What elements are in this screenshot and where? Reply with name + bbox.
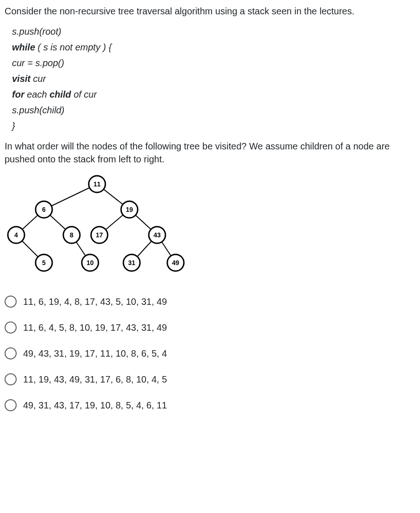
option-label: 49, 43, 31, 19, 17, 11, 10, 8, 6, 5, 4: [23, 347, 167, 360]
radio-icon: [5, 373, 17, 385]
option-c[interactable]: 49, 43, 31, 19, 17, 11, 10, 8, 6, 5, 4: [5, 347, 415, 360]
tree-node-19: 19: [126, 206, 133, 213]
option-label: 11, 6, 19, 4, 8, 17, 43, 5, 10, 31, 49: [23, 295, 167, 308]
tree-node-8: 8: [70, 231, 73, 239]
radio-icon: [5, 347, 17, 359]
code-line: visit cur: [12, 72, 415, 85]
radio-icon: [5, 399, 17, 411]
code-line: for each child of cur: [12, 88, 415, 101]
option-d[interactable]: 11, 19, 43, 49, 31, 17, 6, 8, 10, 4, 5: [5, 373, 415, 386]
tree-node-11: 11: [93, 180, 101, 188]
option-label: 11, 19, 43, 49, 31, 17, 6, 8, 10, 4, 5: [23, 373, 167, 386]
radio-icon: [5, 296, 17, 308]
code-line: cur = s.pop(): [12, 56, 415, 69]
tree-node-5: 5: [42, 259, 46, 266]
option-e[interactable]: 49, 31, 43, 17, 19, 10, 8, 5, 4, 6, 11: [5, 399, 415, 412]
code-line: }: [12, 119, 415, 132]
code-text: ( s is not empty ) {: [35, 42, 112, 52]
code-text: cur: [30, 74, 46, 84]
answer-options: 11, 6, 19, 4, 8, 17, 43, 5, 10, 31, 49 1…: [5, 295, 415, 412]
pseudocode-block: s.push(root) while ( s is not empty ) { …: [12, 25, 415, 132]
keyword-while: while: [12, 42, 35, 52]
option-label: 49, 31, 43, 17, 19, 10, 8, 5, 4, 6, 11: [23, 399, 167, 412]
code-text: of cur: [71, 89, 97, 99]
tree-node-4: 4: [14, 231, 18, 239]
tree-node-43: 43: [153, 231, 161, 239]
code-line: s.push(root): [12, 25, 415, 38]
code-text: each: [24, 89, 49, 99]
tree-node-10: 10: [86, 259, 94, 266]
tree-node-17: 17: [96, 231, 103, 239]
tree-node-49: 49: [172, 259, 179, 266]
option-a[interactable]: 11, 6, 19, 4, 8, 17, 43, 5, 10, 31, 49: [5, 295, 415, 308]
keyword-visit: visit: [12, 74, 30, 84]
question-follow: In what order will the nodes of the foll…: [5, 140, 415, 166]
tree-diagram: 11 6 19 4 8 17 43 5 10 31 49: [5, 170, 415, 277]
option-label: 11, 6, 4, 5, 8, 10, 19, 17, 43, 31, 49: [23, 321, 167, 334]
question-intro: Consider the non-recursive tree traversa…: [5, 5, 415, 18]
option-b[interactable]: 11, 6, 4, 5, 8, 10, 19, 17, 43, 31, 49: [5, 321, 415, 334]
radio-icon: [5, 321, 17, 334]
code-line: s.push(child): [12, 104, 415, 117]
tree-node-6: 6: [42, 206, 46, 213]
keyword-for: for: [12, 89, 24, 99]
keyword-child: child: [49, 89, 71, 99]
code-line: while ( s is not empty ) {: [12, 41, 415, 54]
tree-node-31: 31: [128, 259, 135, 266]
